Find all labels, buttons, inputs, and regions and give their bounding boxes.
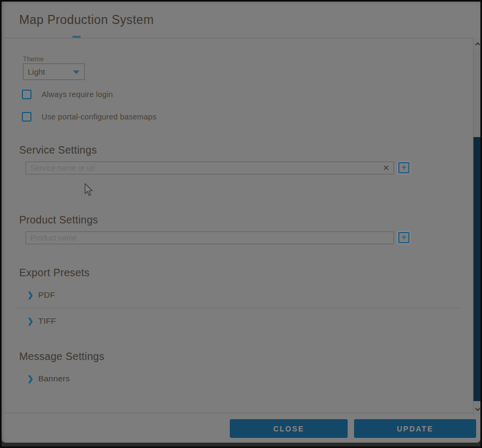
service-name-input[interactable]	[26, 162, 394, 174]
plus-icon: +	[401, 162, 407, 172]
dialog-title: Map Production System	[19, 13, 154, 27]
chevron-right-icon: ❯	[27, 373, 34, 384]
theme-dropdown-value: Light	[28, 64, 45, 79]
app-screen: Map Production System Theme Light Always…	[0, 0, 482, 448]
scrollbar-thumb[interactable]	[473, 137, 482, 401]
preset-row-divider	[15, 308, 460, 308]
theme-label: Theme	[23, 55, 44, 63]
always-require-login-checkbox[interactable]	[22, 90, 31, 99]
footer-divider	[5, 413, 479, 413]
expander-banners[interactable]: ❯ Banners	[27, 373, 70, 384]
expander-label: Banners	[38, 374, 70, 383]
checkbox-row-portal-basemaps: Use portal-configured basemaps	[22, 112, 157, 122]
expander-tiff[interactable]: ❯ TIFF	[27, 316, 56, 326]
plus-icon: +	[401, 232, 407, 242]
checkbox-label: Use portal-configured basemaps	[42, 113, 157, 121]
portal-basemaps-checkbox[interactable]	[22, 112, 31, 122]
scroll-up-arrow-icon	[475, 42, 480, 46]
add-service-button[interactable]: +	[398, 162, 409, 173]
chevron-right-icon: ❯	[27, 316, 34, 326]
add-product-button[interactable]: +	[398, 232, 409, 243]
message-settings-heading: Message Settings	[19, 350, 105, 363]
scroll-down-button[interactable]	[473, 404, 482, 414]
theme-dropdown[interactable]: Light	[23, 63, 85, 80]
product-settings-heading: Product Settings	[19, 214, 98, 226]
update-button[interactable]: UPDATE	[354, 419, 476, 438]
checkbox-row-always-require-login: Always require login	[22, 90, 113, 99]
expander-label: TIFF	[38, 316, 57, 326]
caret-down-icon	[73, 70, 79, 74]
expander-pdf[interactable]: ❯ PDF	[27, 290, 55, 300]
close-button[interactable]: CLOSE	[230, 419, 348, 438]
product-name-input[interactable]	[26, 231, 394, 244]
clear-x-icon[interactable]: ✕	[380, 163, 392, 173]
expander-label: PDF	[38, 290, 55, 300]
service-settings-heading: Service Settings	[19, 144, 97, 156]
vertical-scrollbar[interactable]	[473, 38, 481, 414]
chevron-right-icon: ❯	[27, 290, 34, 300]
checkbox-label: Always require login	[42, 90, 113, 99]
scroll-down-arrow-icon	[475, 407, 480, 411]
scroll-up-button[interactable]	[473, 38, 482, 49]
header-divider	[5, 38, 474, 38]
settings-dialog: Map Production System Theme Light Always…	[2, 1, 480, 443]
export-presets-heading: Export Presets	[19, 267, 90, 279]
